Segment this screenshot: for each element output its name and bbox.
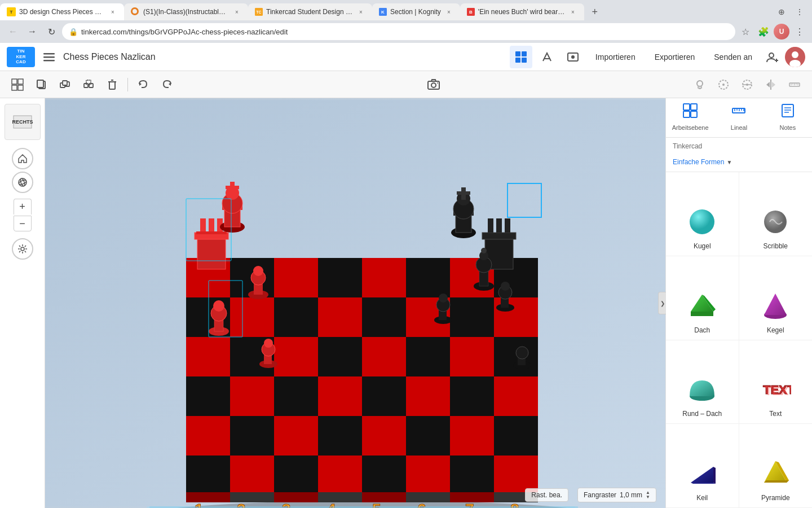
svg-point-64 xyxy=(21,247,24,251)
back-button[interactable]: ← xyxy=(5,23,21,40)
fangraster-arrows[interactable]: ▲ ▼ xyxy=(646,491,650,500)
profile-avatar[interactable]: U xyxy=(774,24,789,40)
senden-an-button[interactable]: Senden an xyxy=(706,49,760,65)
tab-1-close[interactable]: × xyxy=(108,7,117,16)
tab-4-title: Section | Kognity xyxy=(390,8,441,16)
shape-pyramide[interactable]: Pyramide xyxy=(739,424,813,508)
tab-5-title: 'Ein neues Buch' wird bearbeite... xyxy=(478,8,565,16)
undo-button[interactable] xyxy=(133,74,154,95)
svg-rect-112 xyxy=(318,258,362,297)
svg-rect-28 xyxy=(37,80,43,87)
light-bulb-icon[interactable] xyxy=(689,74,710,95)
view-card[interactable]: RECHTS xyxy=(5,104,41,140)
exportieren-button[interactable]: Exportieren xyxy=(647,49,703,65)
svg-rect-138 xyxy=(196,231,227,234)
mirror-button[interactable] xyxy=(760,74,782,95)
camera-button[interactable] xyxy=(423,74,444,95)
shape-dach[interactable]: Dach xyxy=(666,256,739,340)
svg-rect-209 xyxy=(691,312,713,316)
shape-runddach[interactable]: Rund – Dach xyxy=(666,340,739,424)
tab-5-close[interactable]: × xyxy=(568,7,577,16)
add-user-icon[interactable] xyxy=(764,48,782,66)
svg-rect-114 xyxy=(406,258,450,297)
importieren-button[interactable]: Importieren xyxy=(588,49,643,65)
tab-arbeitsebene[interactable]: Arbeitsebene xyxy=(666,98,714,137)
tab-5[interactable]: B 'Ein neues Buch' wird bearbeite... × xyxy=(460,3,584,20)
app-header: TINKERCAD Chess Pieces Nazlican Importie… xyxy=(0,43,812,71)
tab-3[interactable]: TC Tinkercad Student Design Com... × xyxy=(248,3,372,20)
tab-4-favicon: K xyxy=(379,8,387,16)
browser-menu-icon[interactable]: ⋮ xyxy=(792,4,807,20)
align-button[interactable] xyxy=(736,74,758,95)
shape-kegel[interactable]: Kegel xyxy=(739,256,813,340)
svg-rect-126 xyxy=(230,492,274,502)
address-bar: ← → ↻ 🔒 tinkercad.com/things/bGrVGPPoJAc… xyxy=(0,20,812,43)
svg-rect-83 xyxy=(450,416,494,456)
svg-rect-87 xyxy=(274,376,318,416)
svg-point-42 xyxy=(437,82,438,84)
svg-marker-215 xyxy=(691,467,713,483)
svg-rect-127 xyxy=(274,492,318,502)
svg-rect-128 xyxy=(318,492,362,502)
snap-button[interactable] xyxy=(713,74,734,95)
svg-text:T: T xyxy=(10,10,13,15)
svg-point-182 xyxy=(501,282,510,291)
svg-point-153 xyxy=(253,266,263,276)
canvas-area[interactable]: 1 2 3 4 5 6 7 8 xyxy=(45,98,665,508)
svg-text:TEXT: TEXT xyxy=(765,384,791,398)
main-layout: RECHTS + − xyxy=(0,98,812,508)
zoom-in-button[interactable]: + xyxy=(14,199,32,214)
svg-rect-25 xyxy=(12,85,17,90)
settings-button[interactable] xyxy=(12,238,33,260)
tab-1[interactable]: T 3D design Chess Pieces Nazli... × xyxy=(0,3,124,20)
menu-button[interactable] xyxy=(41,49,58,65)
url-bar[interactable]: 🔒 tinkercad.com/things/bGrVGPPoJAc-chess… xyxy=(62,23,735,40)
svg-rect-159 xyxy=(482,233,516,239)
grid-view-button[interactable] xyxy=(510,46,532,68)
reload-button[interactable]: ↻ xyxy=(43,23,60,40)
view-toggle-button[interactable] xyxy=(7,74,28,95)
svg-rect-121 xyxy=(362,456,406,495)
panel-collapse-button[interactable]: ❯ xyxy=(658,292,666,314)
shape-scribble[interactable]: Scribble xyxy=(739,172,813,256)
shape-kugel[interactable]: Kugel xyxy=(666,172,739,256)
extension-icon[interactable]: 🧩 xyxy=(756,24,771,40)
tab-notes[interactable]: Notes xyxy=(764,98,812,137)
fangraster-control[interactable]: Fangraster 1,0 mm ▲ ▼ xyxy=(577,488,656,502)
tab-2-close[interactable]: × xyxy=(232,7,241,16)
tab-4[interactable]: K Section | Kognity × xyxy=(372,3,460,20)
new-tab-button[interactable]: + xyxy=(586,3,603,20)
user-avatar[interactable] xyxy=(785,47,805,67)
orbit-button[interactable] xyxy=(12,172,33,193)
tab-lineal[interactable]: Lineal xyxy=(714,98,763,137)
tab-2[interactable]: (S1)(In-Class)(Instructables Co... × xyxy=(124,3,248,20)
build-view-button[interactable] xyxy=(536,46,558,68)
dach-label: Dach xyxy=(694,326,710,334)
bookmark-icon[interactable]: ☆ xyxy=(738,24,753,40)
kugel-visual xyxy=(685,205,719,239)
sim-button[interactable] xyxy=(562,46,584,68)
redo-button[interactable] xyxy=(156,74,178,95)
zoom-out-button[interactable]: − xyxy=(14,216,32,231)
browser-menu-button[interactable]: ⋮ xyxy=(792,24,807,40)
forward-button[interactable]: → xyxy=(24,23,41,40)
tab-1-favicon: T xyxy=(7,7,16,16)
copy-button[interactable] xyxy=(30,74,52,95)
text-visual: TEXT TEXT xyxy=(758,373,792,406)
profile-icon[interactable]: ⊕ xyxy=(774,4,789,20)
ruler-icon[interactable] xyxy=(784,74,805,95)
tab-4-close[interactable]: × xyxy=(444,7,453,16)
group-button[interactable] xyxy=(54,74,76,95)
ungroup-button[interactable] xyxy=(78,74,99,95)
dach-visual xyxy=(685,289,719,323)
shape-keil[interactable]: Keil xyxy=(666,424,739,508)
tab-3-close[interactable]: × xyxy=(356,7,365,16)
keil-label: Keil xyxy=(696,494,708,502)
delete-button[interactable] xyxy=(102,74,123,95)
shapes-dropdown[interactable]: Einfache Formen ▼ xyxy=(673,158,732,166)
svg-rect-117 xyxy=(186,456,230,495)
shape-text[interactable]: TEXT TEXT Text xyxy=(739,340,813,424)
home-view-button[interactable] xyxy=(12,148,33,169)
fangraster-down-arrow[interactable]: ▼ xyxy=(646,495,650,500)
svg-rect-95 xyxy=(274,337,318,376)
